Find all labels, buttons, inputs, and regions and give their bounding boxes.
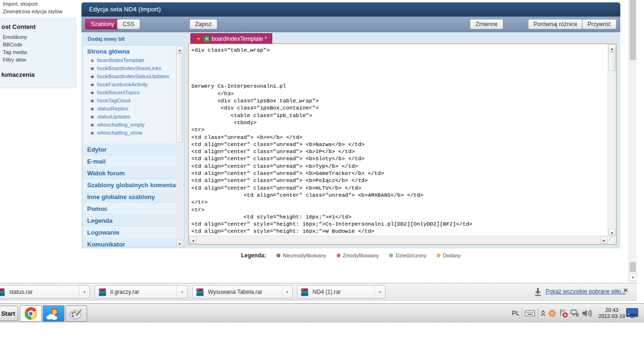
status-dot — [91, 67, 94, 70]
download-item-wysuwana-tabela-rar[interactable]: Wysuwana Tabela.rar ▼ — [192, 285, 293, 299]
scroll-down-icon[interactable]: ▼ — [176, 240, 183, 247]
divider — [538, 308, 538, 319]
category-legenda[interactable]: Legenda — [83, 215, 184, 227]
editor-vertical-scrollbar[interactable]: ▲ ▼ — [608, 44, 616, 237]
toolbar: Szablony CSS Zapisz Zmienne Porównaj róż… — [81, 17, 620, 32]
legend-item-modified: Zmodyfikowany — [337, 253, 379, 258]
download-item-nd4-rar[interactable]: ND4 (1).rar ▼ — [297, 285, 385, 299]
taskbar-paint-button[interactable] — [65, 305, 87, 322]
show-hidden-icons-chevron[interactable] — [541, 310, 546, 317]
template-item[interactable]: boardIndexTemplate — [83, 56, 184, 64]
category-widok-forum[interactable]: Widok forum — [83, 167, 184, 179]
download-menu-caret-icon[interactable]: ▼ — [375, 286, 385, 298]
scrollbar-thumb[interactable] — [630, 262, 636, 272]
template-item[interactable]: hookTagCloud — [83, 97, 184, 105]
template-item[interactable]: hookBoardIndexStatusUpdates — [83, 73, 184, 81]
scroll-left-icon[interactable]: ◄ — [189, 237, 197, 244]
category-szablony-globalnych-komentarzy[interactable]: Szablony globalnych komentarzy — [83, 179, 184, 191]
legend-item-label: Dziedziczony — [395, 253, 426, 258]
templates-tab-button[interactable]: Szablony — [85, 19, 120, 29]
keyboard-icon[interactable] — [525, 309, 535, 317]
download-item-status-rar[interactable]: status.rar ▼ — [0, 285, 90, 299]
variables-button[interactable]: Zmienne — [470, 19, 503, 29]
download-file-name: il.graczy.rar — [110, 289, 177, 295]
sidebar-section-title-2: łumaczenia — [0, 64, 76, 81]
category-edytor[interactable]: Edytor — [83, 144, 184, 155]
resize-grip[interactable] — [608, 236, 616, 244]
scrollbar-thumb[interactable] — [176, 54, 183, 143]
network-icon[interactable] — [570, 309, 580, 318]
tab-label: boardIndexTemplate * — [212, 36, 267, 42]
group-strona-glowna[interactable]: Strona główna — [83, 46, 184, 56]
download-item-il-graczy-rar[interactable]: il.graczy.rar ▼ — [95, 285, 188, 299]
save-button[interactable]: Zapisz — [189, 19, 217, 29]
compare-diff-button[interactable]: Porównaj różnice — [528, 19, 583, 29]
scroll-down-icon[interactable]: ▼ — [629, 273, 636, 281]
status-dot — [91, 132, 94, 135]
template-item[interactable]: whoschatting_empty — [83, 121, 184, 129]
action-center-flag-error-icon[interactable] — [559, 309, 568, 318]
list-spacer — [83, 137, 184, 144]
add-new-bit-link[interactable]: Dodaj nowy bit — [88, 36, 125, 42]
winrar-icon — [196, 288, 204, 296]
template-item[interactable]: hookRecentTopics — [83, 89, 184, 97]
red-dot-icon — [337, 254, 340, 257]
template-item[interactable]: statusReplies — [83, 105, 184, 113]
category-inne-globalne-szablony[interactable]: Inne globalne szablony — [83, 191, 184, 203]
sidebar-link-import-export[interactable]: Import, eksport — [0, 0, 76, 8]
template-item[interactable]: hookFacebookActivity — [83, 81, 184, 89]
download-menu-caret-icon[interactable]: ▼ — [79, 286, 89, 298]
status-dot — [91, 91, 94, 94]
legend-item-label: Niezmodyfikowany — [283, 253, 326, 258]
language-indicator[interactable]: PL — [512, 309, 519, 317]
taskbar-weather-button[interactable] — [43, 305, 64, 322]
scroll-down-icon[interactable]: ▼ — [608, 229, 616, 236]
taskbar-clock[interactable]: 20:43 2012-03-19 — [593, 307, 631, 319]
category-logowanie[interactable]: Logowanie — [83, 227, 184, 238]
download-menu-caret-icon[interactable]: ▼ — [282, 286, 292, 298]
template-item[interactable]: whoschatting_show — [83, 129, 184, 137]
download-menu-caret-icon[interactable]: ▼ — [177, 286, 187, 298]
category-pomoc[interactable]: Pomoc — [83, 203, 184, 215]
editor-horizontal-scrollbar[interactable]: ◄ ► — [189, 236, 608, 244]
sidebar-link-word-filters[interactable]: Filtry słów — [0, 56, 76, 64]
scroll-up-icon[interactable]: ▲ — [176, 46, 183, 53]
green-dot-icon — [389, 254, 393, 257]
show-all-downloads-link[interactable]: Pokaż wszystkie pobrane pliki... — [546, 288, 626, 295]
code-text[interactable]: <div class="table_wrap"> Serwery Cs-Inte… — [191, 46, 607, 235]
close-icon[interactable]: × — [623, 286, 628, 295]
template-item-label: whoschatting_empty — [97, 122, 144, 127]
scroll-right-icon[interactable]: ► — [600, 237, 608, 244]
template-item[interactable]: hookBoardIndexShareLinks — [83, 64, 184, 73]
tab-boardindextemplate[interactable]: − + boardIndexTemplate * — [190, 33, 272, 44]
revert-button[interactable]: Przywróć — [582, 19, 617, 29]
page-scrollbar[interactable]: ▼ — [628, 0, 637, 282]
category-email[interactable]: E-mail — [83, 155, 184, 167]
collapse-icon[interactable]: − — [196, 36, 202, 42]
start-button[interactable]: Start — [0, 306, 18, 321]
template-item[interactable]: statusUpdates — [83, 113, 184, 121]
scrollbar-thumb[interactable] — [630, 0, 636, 60]
legend-bar: Legenda: Niezmodyfikowany Zmodyfikowany … — [81, 248, 620, 262]
sidebar-section-box: ost Content Emotikony BBCode Tag media F… — [0, 18, 76, 88]
expand-icon[interactable]: + — [204, 36, 210, 42]
sidebar-link-external-style-edit[interactable]: Zewnętrzna edycja stylów — [0, 8, 76, 15]
sidebar-link-bbcode[interactable]: BBCode — [0, 41, 76, 48]
sidebar-link-emoticons[interactable]: Emotikony — [0, 33, 76, 41]
template-list-scrollbar[interactable]: ▲ ▼ — [176, 46, 184, 247]
sidebar-link-tag-media[interactable]: Tag media — [0, 48, 76, 56]
code-editor[interactable]: <div class="table_wrap"> Serwery Cs-Inte… — [188, 44, 617, 245]
monitor-tray-icon[interactable] — [626, 308, 638, 318]
category-komunikator[interactable]: Komunikator — [83, 238, 184, 247]
sun-tray-icon[interactable] — [547, 309, 557, 318]
taskbar-chrome-button[interactable] — [20, 305, 42, 322]
scroll-up-icon[interactable]: ▲ — [608, 45, 616, 52]
download-arrow-icon — [534, 288, 542, 296]
speaker-volume-icon[interactable] — [581, 309, 592, 318]
template-item-label: boardIndexTemplate — [97, 57, 144, 63]
clock-date: 2012-03-19 — [593, 313, 631, 319]
css-tab-button[interactable]: CSS — [117, 19, 140, 29]
scrollbar-thumb[interactable] — [608, 52, 616, 71]
status-dot — [91, 83, 94, 86]
admin-sidebar: Import, eksport Zewnętrzna edycja stylów… — [0, 0, 76, 88]
